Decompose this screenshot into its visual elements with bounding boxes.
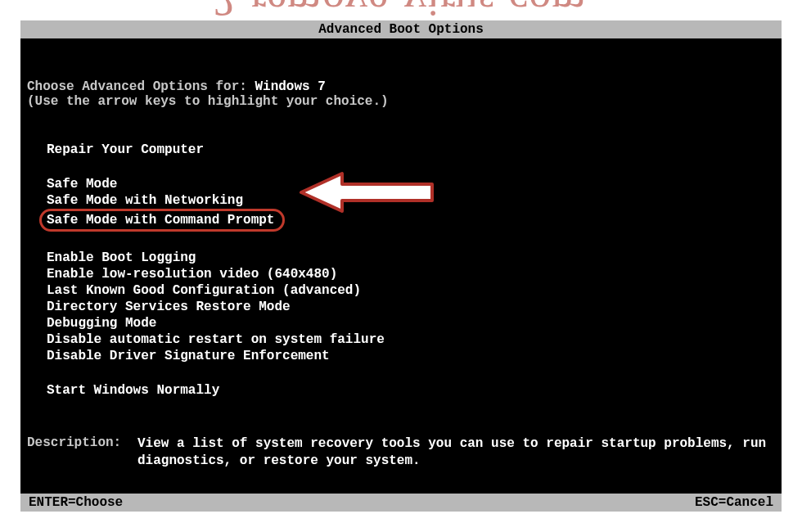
arrow-pointer-icon bbox=[295, 170, 438, 219]
menu-group-advanced: Enable Boot Logging Enable low-resolutio… bbox=[47, 250, 775, 364]
boot-screen: Advanced Boot Options Choose Advanced Op… bbox=[20, 20, 782, 512]
description-label: Description: bbox=[27, 435, 137, 470]
arrow-keys-hint: (Use the arrow keys to highlight your ch… bbox=[27, 94, 775, 109]
description-text: View a list of system recovery tools you… bbox=[137, 435, 775, 470]
prompt-prefix: Choose Advanced Options for: bbox=[27, 79, 255, 94]
watermark-text: 2-remove-virus.com bbox=[213, 0, 587, 26]
menu-item-last-known-good[interactable]: Last Known Good Configuration (advanced) bbox=[47, 282, 775, 299]
menu-item-low-res[interactable]: Enable low-resolution video (640x480) bbox=[47, 266, 775, 282]
menu-item-start-normally[interactable]: Start Windows Normally bbox=[47, 382, 775, 399]
svg-marker-0 bbox=[301, 174, 432, 211]
menu-group-repair: Repair Your Computer bbox=[47, 142, 775, 158]
menu-item-boot-logging[interactable]: Enable Boot Logging bbox=[47, 250, 775, 266]
menu-item-debugging[interactable]: Debugging Mode bbox=[47, 315, 775, 331]
menu-item-directory-services[interactable]: Directory Services Restore Mode bbox=[47, 299, 775, 315]
content-area: Choose Advanced Options for: Windows 7 (… bbox=[20, 38, 782, 474]
description-block: Description: View a list of system recov… bbox=[27, 435, 775, 470]
os-name: Windows 7 bbox=[255, 79, 325, 94]
menu-item-disable-restart[interactable]: Disable automatic restart on system fail… bbox=[47, 331, 775, 348]
footer-bar: ENTER=Choose ESC=Cancel bbox=[20, 494, 782, 512]
footer-esc: ESC=Cancel bbox=[695, 495, 773, 510]
footer-enter: ENTER=Choose bbox=[29, 495, 123, 510]
choose-prompt: Choose Advanced Options for: Windows 7 bbox=[27, 79, 775, 94]
menu-item-disable-driver-sig[interactable]: Disable Driver Signature Enforcement bbox=[47, 348, 775, 364]
menu-item-safe-mode-cmd-highlighted[interactable]: Safe Mode with Command Prompt bbox=[39, 209, 285, 232]
menu-item-repair[interactable]: Repair Your Computer bbox=[47, 142, 775, 158]
menu-group-normal: Start Windows Normally bbox=[47, 382, 775, 399]
